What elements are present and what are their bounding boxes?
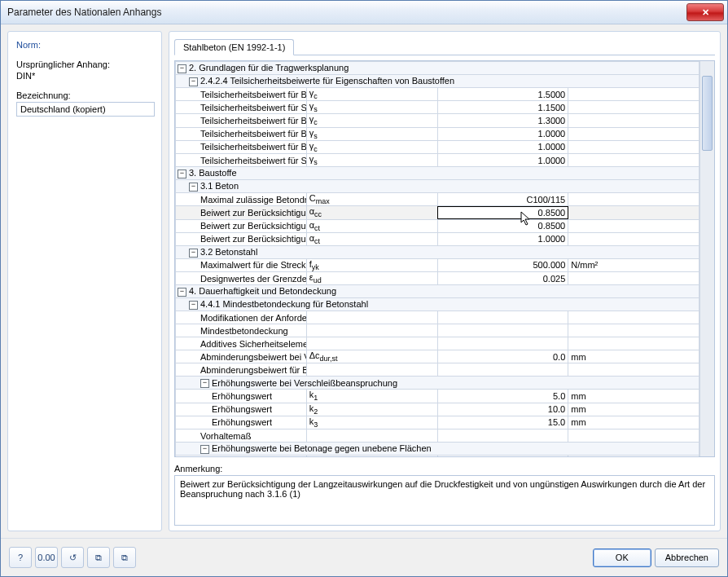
parameter-row[interactable]: Erhöhungswertk315.0mm <box>176 416 699 429</box>
tree-header-row[interactable]: −Erhöhungswerte bei Verschleißbeanspruch… <box>176 377 699 390</box>
cancel-button[interactable]: Abbrechen <box>655 548 719 567</box>
parameter-row[interactable]: Teilsicherheitsbeiwert für Stahl im Gren… <box>176 153 699 166</box>
parameter-symbol: αct <box>306 232 437 245</box>
parameter-row[interactable]: Teilsicherheitsbeiwert für Betonstahl im… <box>176 127 699 140</box>
tree-header-row[interactable]: −3.1 Beton <box>176 180 699 193</box>
parameter-value[interactable] <box>437 337 568 350</box>
parameter-value[interactable]: 1.0000 <box>437 140 568 153</box>
parameter-value[interactable]: 0.0 <box>437 350 568 363</box>
tree-cell[interactable]: −2. Grundlagen für die Tragwerksplanung <box>176 62 699 75</box>
tree-cell[interactable]: −4. Dauerhaftigkeit und Betondeckung <box>176 285 699 298</box>
tree-cell[interactable]: −Erhöhungswerte bei Verschleißbeanspruch… <box>176 377 699 390</box>
parameter-value[interactable] <box>437 363 568 377</box>
parameter-row[interactable]: Additives Sicherheitselement zur Erhöhun… <box>176 337 699 350</box>
parameter-unit: mm <box>568 416 699 429</box>
copy-button[interactable]: ⧉ <box>87 547 110 568</box>
tree-header-row[interactable]: −2.4.2.4 Teilsicherheitsbeiwerte für Eig… <box>176 75 699 88</box>
help-button[interactable]: ? <box>9 547 32 568</box>
parameter-value[interactable]: 0.8500 <box>437 206 568 219</box>
parameter-grid[interactable]: −2. Grundlagen für die Tragwerksplanung−… <box>175 61 699 456</box>
toggle-collapse-icon[interactable]: − <box>189 77 198 86</box>
vertical-scrollbar[interactable] <box>699 61 714 456</box>
parameter-symbol: fyk <box>306 258 437 271</box>
parameter-unit <box>568 193 699 206</box>
parameter-row[interactable]: Erhöhungswertk15.0mm <box>176 390 699 403</box>
parameter-value[interactable]: 0.025 <box>437 272 568 285</box>
parameter-value[interactable] <box>437 311 568 324</box>
parameter-row[interactable]: Maximal zulässige Betondruckfestigkeitsk… <box>176 193 699 206</box>
units-button[interactable]: 0.00 <box>35 547 58 568</box>
parameter-row[interactable]: Maximalwert für die Streckgrenzefyk500.0… <box>176 258 699 271</box>
parameter-row[interactable]: Abminderungsbeiwert für Beton mit zusätz… <box>176 363 699 377</box>
toggle-collapse-icon[interactable]: − <box>178 64 186 73</box>
tree-cell[interactable]: −2.4.2.4 Teilsicherheitsbeiwerte für Eig… <box>176 75 699 88</box>
toggle-collapse-icon[interactable]: − <box>189 183 198 192</box>
parameter-label: Modifikationen der Anforderungsklasse <box>176 311 307 324</box>
parameter-row[interactable]: Teilsicherheitsbeiwert für Beton im Gren… <box>176 114 699 127</box>
toggle-collapse-icon[interactable]: − <box>189 301 198 310</box>
tree-cell[interactable]: −Erhöhungswerte bei Betonage gegen unebe… <box>176 443 699 456</box>
parameter-row[interactable]: Mindestbetondeckung <box>176 324 699 337</box>
tab-stahlbeton[interactable]: Stahlbeton (EN 1992-1-1) <box>174 39 294 55</box>
tree-cell[interactable]: −3.1 Beton <box>176 180 699 193</box>
parameter-value[interactable]: C100/115 <box>437 193 568 206</box>
designation-input[interactable] <box>16 102 155 117</box>
close-button[interactable]: ✕ <box>686 3 724 21</box>
parameter-label: Erhöhungswert <box>176 416 307 429</box>
toggle-collapse-icon[interactable]: − <box>200 379 209 388</box>
parameter-symbol: k2 <box>306 403 437 416</box>
tree-cell[interactable]: −4.4.1 Mindestbetondeckung für Betonstah… <box>176 298 699 311</box>
parameter-label: Designwertes der Grenzdehnung Betonstahl <box>176 272 307 285</box>
tree-header-row[interactable]: −4. Dauerhaftigkeit und Betondeckung <box>176 285 699 298</box>
parameter-value[interactable] <box>437 324 568 337</box>
tree-header-row[interactable]: −3. Baustoffe <box>176 167 699 180</box>
toggle-collapse-icon[interactable]: − <box>200 445 209 454</box>
tree-header-row[interactable]: −3.2 Betonstahl <box>176 245 699 258</box>
parameter-label: Teilsicherheitsbeiwert für Stahl im Gren… <box>176 153 307 166</box>
parameter-value[interactable]: 1.1500 <box>437 101 568 114</box>
parameter-value[interactable]: 1.0000 <box>437 232 568 245</box>
parameter-row[interactable]: Teilsicherheitsbeiwert für Stahl im Gren… <box>176 101 699 114</box>
tree-cell[interactable]: −3. Baustoffe <box>176 167 699 180</box>
parameter-value[interactable]: 1.5000 <box>437 88 568 101</box>
toggle-collapse-icon[interactable]: − <box>189 249 198 258</box>
tree-header-row[interactable]: −Erhöhungswerte bei Betonage gegen unebe… <box>176 443 699 456</box>
parameter-row[interactable]: Modifikationen der Anforderungsklasse <box>176 311 699 324</box>
parameter-value[interactable]: 1.0000 <box>437 127 568 140</box>
paste-icon: ⧉ <box>121 553 128 563</box>
parameter-row[interactable]: Teilsicherheitsbeiwert für Beton im Gren… <box>176 88 699 101</box>
parameter-value[interactable]: 0.8500 <box>437 219 568 232</box>
parameter-label: Teilsicherheitsbeiwert für Beton im Gren… <box>176 114 307 127</box>
scrollbar-thumb[interactable] <box>702 76 713 151</box>
parameter-row[interactable]: Beiwert zur Berücksichtigung Langzeitein… <box>176 232 699 245</box>
parameter-row[interactable]: Beiwert zur Berücksichtigung Langzeitein… <box>176 219 699 232</box>
parameter-symbol <box>306 363 437 377</box>
parameter-value[interactable]: 15.0 <box>437 416 568 429</box>
dialog-body: Norm: Ursprünglicher Anhang: DIN* Bezeic… <box>1 24 727 538</box>
parameter-row[interactable]: Teilsicherheitsbeiwert für Beton im Gren… <box>176 140 699 153</box>
toggle-collapse-icon[interactable]: − <box>178 288 186 297</box>
parameter-row[interactable]: Beiwert zur Berücksichtigung Langzeitein… <box>176 206 699 219</box>
parameter-value[interactable]: 5.0 <box>437 390 568 403</box>
parameter-symbol: Cmax <box>306 193 437 206</box>
parameter-symbol <box>306 429 437 443</box>
parameter-unit <box>568 232 699 245</box>
tree-cell[interactable]: −3.2 Betonstahl <box>176 245 699 258</box>
parameter-value[interactable]: 1.0000 <box>437 153 568 166</box>
parameter-row[interactable]: Designwertes der Grenzdehnung Betonstahl… <box>176 272 699 285</box>
paste-button[interactable]: ⧉ <box>113 547 136 568</box>
tree-header-row[interactable]: −4.4.1 Mindestbetondeckung für Betonstah… <box>176 298 699 311</box>
parameter-row[interactable]: Erhöhungswertk210.0mm <box>176 403 699 416</box>
ok-button[interactable]: OK <box>593 548 651 567</box>
parameter-value[interactable] <box>437 456 568 457</box>
parameter-value[interactable]: 10.0 <box>437 403 568 416</box>
parameter-value[interactable]: 500.000 <box>437 258 568 271</box>
tree-header-row[interactable]: −2. Grundlagen für die Tragwerksplanung <box>176 62 699 75</box>
parameter-row[interactable]: Erhöhungswert <box>176 456 699 457</box>
reset-button[interactable]: ↺ <box>61 547 84 568</box>
parameter-value[interactable]: 1.3000 <box>437 114 568 127</box>
parameter-row[interactable]: Vorhaltemaß <box>176 429 699 443</box>
toggle-collapse-icon[interactable]: − <box>178 170 186 178</box>
parameter-value[interactable] <box>437 429 568 443</box>
parameter-row[interactable]: Abminderungsbeiwert bei Verwendung von r… <box>176 350 699 363</box>
